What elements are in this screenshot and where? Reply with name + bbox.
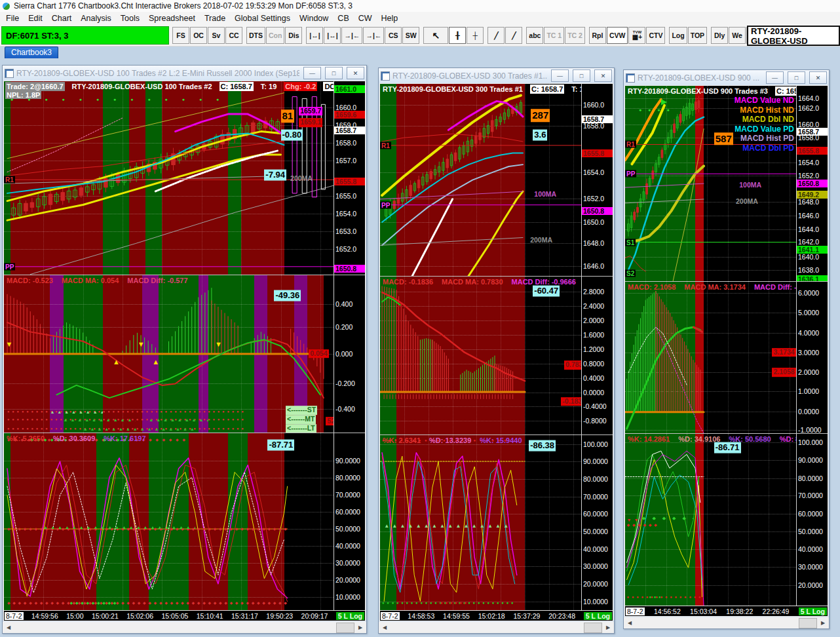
scroll-thumb[interactable] bbox=[799, 618, 817, 628]
toolbar-button-rpl[interactable]: Rpl bbox=[589, 27, 606, 44]
price-panel[interactable]: ● ● ● ● ● ● ●▶RTY-201809-GLOBEX-USD 900 … bbox=[625, 86, 796, 281]
toolbar-button-tc1[interactable]: TC 1 bbox=[544, 27, 564, 44]
value-label: 287 bbox=[531, 109, 550, 123]
marker-row: ● ● ● ● ● ● ● ● bbox=[440, 601, 468, 605]
window-titlebar[interactable]: RTY-201809-GLOBEX-USD 300 Trades #1...—□… bbox=[379, 68, 614, 83]
close-button[interactable]: ✕ bbox=[809, 71, 827, 84]
toolbar-button-[interactable]: ╱ bbox=[487, 27, 505, 44]
menu-window[interactable]: Window bbox=[295, 12, 333, 24]
menu-spreadsheet[interactable]: Spreadsheet bbox=[144, 12, 200, 24]
price-panel[interactable]: RTY-201809-GLOBEX-USD 300 Trades #1C: 16… bbox=[380, 84, 581, 276]
menu-cw[interactable]: CW bbox=[354, 12, 377, 24]
toolbar-button-[interactable]: ↖ bbox=[423, 27, 448, 44]
menu-chart[interactable]: Chart bbox=[47, 12, 77, 24]
scroll-left-arrow[interactable]: ◀ bbox=[3, 623, 14, 632]
chart-h-scrollbar[interactable]: ◀▶ bbox=[624, 617, 829, 628]
restore-button[interactable]: □ bbox=[325, 67, 343, 79]
macd-panel[interactable]: ▼▼▼▲▲● ● ● ● ● ● ● ● ● ● ● ● ● ● ● ● ● ●… bbox=[4, 275, 334, 433]
toolbar-button-dts[interactable]: DTS bbox=[246, 27, 265, 44]
toolbar-button-tc2[interactable]: TC 2 bbox=[565, 27, 585, 44]
toolbar-button-ctv[interactable]: CTV bbox=[646, 27, 665, 44]
toolbar-button-oc[interactable]: OC bbox=[190, 27, 207, 44]
tab-chartbook3[interactable]: Chartbook3 bbox=[5, 47, 58, 58]
toolbar-button-[interactable]: |↔| bbox=[324, 27, 341, 44]
value-label: -87.71 bbox=[267, 440, 294, 451]
toolbar-button-[interactable]: |↔| bbox=[306, 27, 323, 44]
macd-scale[interactable]: 0.4000.2000.000-0.200-0.400 bbox=[334, 275, 365, 433]
menu-analysis[interactable]: Analysis bbox=[76, 12, 116, 24]
close-button[interactable]: ✕ bbox=[347, 67, 364, 79]
price-header: RTY-201809-GLOBEX-USD 300 Trades #1C: 16… bbox=[381, 85, 581, 94]
window-titlebar[interactable]: RTY-201809-GLOBEX-USD 900 ...—□✕ bbox=[624, 70, 829, 85]
price-scale[interactable]: 1660.01658.01654.01652.01650.01648.01646… bbox=[582, 84, 613, 276]
symbol-input[interactable]: RTY-201809-GLOBEX-USD bbox=[747, 26, 840, 46]
stoch-panel[interactable]: ◆ ◆ ◆ ◆ ◆ ◆ ◆ ◆ ◆ ◆ ◆ ◆ ◆ ◆ ◆ ◆ ◆ ◆ ◆ ◆ … bbox=[4, 433, 334, 610]
window-titlebar[interactable]: RTY-201809-GLOBEX-USD 100 Trades #2 L:2 … bbox=[3, 66, 366, 81]
stoch-panel[interactable]: ● ● ● ● ● ● ● ● ● ● ● ● ● ● ● ● ● ● ● ● … bbox=[380, 434, 581, 610]
toolbar-button-we[interactable]: We bbox=[729, 27, 746, 44]
toolbar-button-sw[interactable]: SW bbox=[402, 27, 419, 44]
macd-plot-canvas bbox=[380, 277, 581, 434]
restore-button[interactable]: □ bbox=[788, 71, 805, 84]
menu-trade[interactable]: Trade bbox=[200, 12, 230, 24]
scroll-left-arrow[interactable]: ◀ bbox=[379, 623, 390, 632]
menu-tools[interactable]: Tools bbox=[116, 12, 144, 24]
toolbar-button-cvw[interactable]: CVW bbox=[607, 27, 628, 44]
toolbar-button-abc[interactable]: abc bbox=[526, 27, 543, 44]
legend-item: MACD Hist PD bbox=[735, 134, 794, 144]
pivot-label-s2: S2 bbox=[625, 270, 636, 277]
toolbar-button-cs[interactable]: CS bbox=[385, 27, 402, 44]
restore-button[interactable]: □ bbox=[573, 69, 590, 82]
header-segment: MACD: 2.1058 bbox=[626, 282, 677, 292]
toolbar-button-tvw[interactable]: TVW▦+ bbox=[628, 27, 645, 44]
toolbar-button-top[interactable]: TOP bbox=[688, 27, 707, 44]
macd-panel[interactable]: MACD: 2.1058MACD MA: 3.1734MACD Diff: -1… bbox=[625, 281, 796, 433]
scroll-thumb[interactable] bbox=[336, 623, 354, 633]
scroll-right-arrow[interactable]: ▶ bbox=[603, 623, 613, 632]
scroll-thumb[interactable] bbox=[584, 623, 602, 633]
scale-tick: 1648.0 bbox=[798, 198, 828, 206]
toolbar-button-cc[interactable]: CC bbox=[225, 27, 242, 44]
close-button[interactable]: ✕ bbox=[594, 69, 612, 82]
toolbar-button-dis[interactable]: Dis bbox=[285, 27, 302, 44]
toolbar-button-sv[interactable]: Sv bbox=[208, 27, 225, 44]
stoch-scale[interactable]: 90.000080.000070.000060.000050.000040.00… bbox=[334, 433, 365, 610]
chart-h-scrollbar[interactable]: ◀▶ bbox=[379, 622, 614, 633]
minimize-button[interactable]: — bbox=[766, 71, 784, 84]
toolbar-button-[interactable]: →|← bbox=[341, 27, 362, 44]
toolbar-button-[interactable]: ┼ bbox=[467, 27, 484, 44]
minimize-button[interactable]: — bbox=[303, 67, 321, 79]
price-scale[interactable]: 1660.01659.01658.01657.01655.01654.01653… bbox=[334, 81, 365, 275]
menu-edit[interactable]: Edit bbox=[24, 12, 47, 24]
price-panel[interactable]: ● ● ● ● ● ● ● ● ● ● ● ● ● ● ● ● ●Trade: … bbox=[4, 81, 334, 275]
stoch-panel[interactable]: ▼ ▼ ▼ ▼ ▼◆ ◆ ◆ ◆ ◆ ◆ ◆ ◆ ◆ ◆ ◆ ◆◆ ◆ ◆ ◆ … bbox=[625, 433, 796, 606]
price-scale[interactable]: 1664.01662.01660.01658.01654.01652.01648… bbox=[797, 86, 828, 281]
scale-tick: 40.0000 bbox=[798, 545, 828, 553]
toolbar-button-[interactable]: ╱ bbox=[505, 27, 522, 44]
toolbar-button-[interactable]: →|← bbox=[363, 27, 384, 44]
scroll-right-arrow[interactable]: ▶ bbox=[355, 623, 366, 632]
toolbar-button-log[interactable]: Log bbox=[669, 27, 687, 44]
toolbar-button-[interactable]: ╂ bbox=[449, 27, 466, 44]
stoch-scale[interactable]: 100.00090.000080.000070.000060.000050.00… bbox=[797, 433, 828, 606]
toolbar-button-fs[interactable]: FS bbox=[172, 27, 189, 44]
time-label: 14:59:55 bbox=[443, 612, 470, 620]
toolbar-button-dly[interactable]: Dly bbox=[711, 27, 728, 44]
macd-panel[interactable]: MACD: -0.1836MACD MA: 0.7830MACD Diff: -… bbox=[380, 276, 581, 434]
menu-help[interactable]: Help bbox=[377, 12, 403, 24]
legend-item: MACD Dbl PD bbox=[735, 144, 794, 153]
pivot-label-pp: PP bbox=[380, 201, 391, 208]
scroll-left-arrow[interactable]: ◀ bbox=[624, 618, 635, 628]
stoch-scale[interactable]: 100.00090.000080.000070.000060.000050.00… bbox=[582, 434, 613, 610]
menu-global-settings[interactable]: Global Settings bbox=[230, 12, 295, 24]
scale-tick: 2.4000 bbox=[583, 302, 613, 310]
menu-file[interactable]: File bbox=[1, 12, 24, 24]
macd-scale[interactable]: 6.00005.00004.00003.00002.00001.00000.00… bbox=[797, 281, 828, 433]
menu-cb[interactable]: CB bbox=[333, 12, 353, 24]
macd-scale[interactable]: 2.80002.40002.00001.60001.20000.80000.40… bbox=[582, 276, 613, 434]
chart-h-scrollbar[interactable]: ◀▶ bbox=[3, 622, 366, 633]
value-label: <-------ST bbox=[286, 406, 317, 415]
toolbar-button-con[interactable]: Con bbox=[266, 27, 284, 44]
scroll-right-arrow[interactable]: ▶ bbox=[818, 618, 828, 628]
minimize-button[interactable]: — bbox=[551, 69, 569, 82]
